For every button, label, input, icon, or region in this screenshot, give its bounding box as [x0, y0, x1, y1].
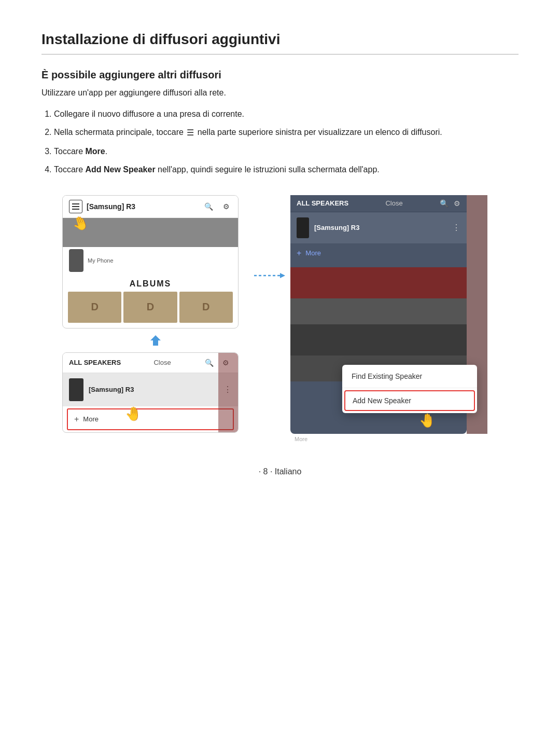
step4-bold: Add New Speaker	[85, 165, 155, 174]
plus-icon-left: +	[74, 415, 79, 424]
step3-bold: More	[85, 147, 105, 156]
speaker-row-left: [Samsung] R3 ⋮	[63, 373, 238, 406]
album-thumb-3[interactable]: D	[179, 292, 233, 323]
right-speaker-icon	[297, 217, 309, 238]
right-three-dots[interactable]: ⋮	[452, 223, 460, 232]
down-arrow-icon	[148, 333, 163, 348]
section-title: È possibile aggiungere altri diffusori	[41, 69, 519, 81]
right-more-label: More	[305, 249, 321, 257]
more-label-left: More	[83, 415, 99, 423]
hamburger-button[interactable]	[69, 200, 82, 213]
album-thumb-1[interactable]: D	[68, 292, 121, 323]
phone-icon	[69, 249, 83, 272]
step-1: Collegare il nuovo diffusore a una presa…	[54, 107, 519, 121]
close-button-left[interactable]: Close	[153, 359, 171, 366]
page-title: Installazione di diffusori aggiuntivi	[41, 31, 519, 54]
band-gray	[63, 218, 238, 247]
right-icons: 🔍 ⚙	[440, 199, 460, 208]
right-all-speakers-title: ALL SPEAKERS	[297, 199, 348, 207]
screen2-all-speakers: ALL SPEAKERS Close 🔍 ⚙ [Samsung] R3 ⋮ +	[62, 352, 239, 433]
right-speaker-name: [Samsung] R3	[314, 224, 447, 231]
bg-strip-area	[290, 267, 467, 381]
album-thumb-2[interactable]: D	[123, 292, 177, 323]
all-speakers-title: ALL SPEAKERS	[69, 359, 121, 366]
middle-col	[249, 195, 290, 283]
albums-header: ALBUMS	[63, 275, 238, 292]
screen1-icons: 🔍 ⚙	[203, 201, 232, 212]
hamburger-line3	[72, 209, 79, 210]
app-name-label: [Samsung] R3	[87, 202, 135, 211]
my-phone-area: My Phone	[63, 247, 238, 275]
side-strip	[218, 353, 238, 432]
add-new-speaker-item[interactable]: Add New Speaker	[344, 390, 475, 411]
album-grid: D D D	[63, 292, 238, 328]
screen2-header: ALL SPEAKERS Close 🔍 ⚙	[63, 353, 238, 373]
find-existing-speaker-item[interactable]: Find Existing Speaker	[342, 365, 477, 388]
hand-cursor-more: 🤚	[125, 406, 142, 422]
right-screen: ALL SPEAKERS Close 🔍 ⚙ [Samsung] R3 ⋮ + …	[290, 195, 467, 434]
step-2: Nella schermata principale, toccare ☰ ne…	[54, 125, 519, 140]
hamburger-symbol: ☰	[187, 126, 194, 140]
dotted-arrow-icon	[254, 268, 285, 283]
search-icon[interactable]: 🔍	[203, 201, 214, 212]
screen1-main-app: [Samsung] R3 🔍 ⚙ My Phone AL	[62, 195, 239, 328]
steps-list: Collegare il nuovo diffusore a una presa…	[41, 107, 519, 176]
hamburger-line2	[72, 206, 79, 207]
settings-icon[interactable]: ⚙	[220, 201, 232, 212]
svg-marker-0	[150, 335, 161, 346]
svg-marker-2	[280, 273, 285, 278]
right-more-row[interactable]: + More	[290, 243, 467, 263]
bg-strip-gray	[290, 298, 467, 324]
speaker-icon	[69, 378, 83, 401]
right-settings-icon[interactable]: ⚙	[454, 199, 460, 208]
screen1-header: [Samsung] R3 🔍 ⚙	[63, 196, 238, 218]
search-icon-2[interactable]: 🔍	[204, 357, 215, 368]
footer: · 8 · Italiano	[41, 467, 519, 476]
step-3: Toccare More.	[54, 144, 519, 158]
right-screen-header: ALL SPEAKERS Close 🔍 ⚙	[290, 195, 467, 212]
screen1-header-left: [Samsung] R3	[69, 200, 135, 213]
intro-text: Utilizzare un'app per aggiungere diffuso…	[41, 88, 519, 98]
screen2-wrapper: ALL SPEAKERS Close 🔍 ⚙ [Samsung] R3 ⋮ +	[62, 352, 249, 433]
bg-strip-dark	[290, 324, 467, 355]
arrow-down	[62, 328, 249, 352]
color-bands	[63, 218, 238, 247]
right-column: ALL SPEAKERS Close 🔍 ⚙ [Samsung] R3 ⋮ + …	[290, 195, 498, 442]
more-label-bottom: More	[290, 436, 498, 442]
left-column: [Samsung] R3 🔍 ⚙ My Phone AL	[62, 195, 249, 433]
speaker-name-left: [Samsung] R3	[89, 386, 218, 393]
right-close-button[interactable]: Close	[385, 199, 402, 207]
popup-menu: Find Existing Speaker Add New Speaker	[342, 365, 477, 413]
right-plus-icon: +	[297, 249, 301, 258]
right-speaker-row: [Samsung] R3 ⋮	[290, 212, 467, 243]
hand-cursor-add: 🤚	[419, 413, 436, 429]
right-search-icon[interactable]: 🔍	[440, 199, 449, 208]
hamburger-line1	[72, 203, 79, 204]
bg-strip-red	[290, 267, 467, 298]
my-phone-label: My Phone	[88, 257, 114, 264]
step-4: Toccare Add New Speaker nell'app, quindi…	[54, 162, 519, 176]
more-row-left[interactable]: + More	[67, 408, 234, 430]
screenshots-area: [Samsung] R3 🔍 ⚙ My Phone AL	[41, 195, 519, 442]
